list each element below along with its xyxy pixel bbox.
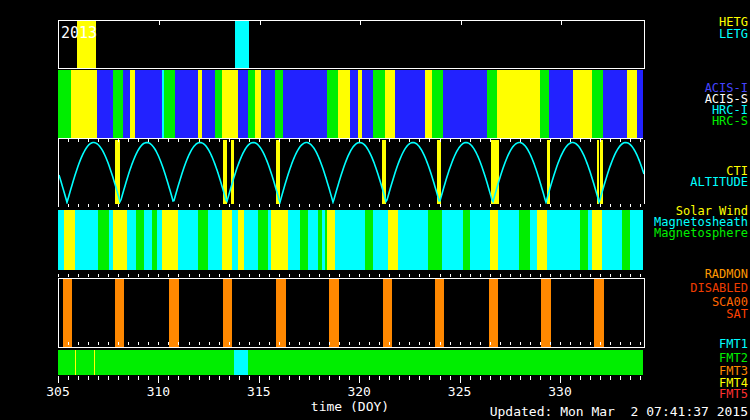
band-minor-tick: [128, 342, 129, 345]
band-minor-tick: [379, 274, 380, 277]
segment-green: [540, 70, 549, 138]
band-minor-tick: [600, 274, 601, 277]
segment-cyan: [144, 210, 152, 270]
band-minor-tick: [88, 274, 89, 277]
band-minor-tick: [319, 274, 320, 277]
band-minor-tick: [68, 204, 69, 207]
axis-minor-tick: [229, 376, 230, 380]
band-minor-tick: [590, 274, 591, 277]
band-minor-tick: [98, 139, 99, 142]
band-minor-tick: [168, 139, 169, 142]
axis-minor-tick: [610, 376, 611, 380]
band-minor-tick: [470, 204, 471, 207]
axis-minor-tick: [440, 376, 441, 380]
segment-yellow: [497, 70, 540, 138]
segment-green: [300, 210, 308, 270]
band-minor-tick: [199, 274, 200, 277]
band-minor-tick: [229, 139, 230, 142]
band-minor-tick: [58, 342, 59, 345]
band-minor-tick: [490, 139, 491, 142]
band-minor-tick: [98, 204, 99, 207]
axis-minor-tick: [148, 376, 149, 380]
band-minor-tick: [289, 204, 290, 207]
segment-yellow: [425, 70, 432, 138]
band-minor-tick: [419, 139, 420, 142]
band-minor-tick: [299, 204, 300, 207]
top-tick: [561, 21, 562, 25]
band-minor-tick: [500, 204, 501, 207]
band-minor-tick: [339, 204, 340, 207]
band-minor-tick: [199, 139, 200, 142]
legend-label-fmt5: FMT5: [719, 388, 748, 400]
band-minor-tick: [138, 139, 139, 142]
band-minor-tick: [259, 342, 260, 345]
band-minor-tick: [510, 274, 511, 277]
segment-yellow: [592, 210, 602, 270]
band-minor-tick: [349, 139, 350, 142]
band-minor-tick: [419, 274, 420, 277]
band-minor-tick: [510, 342, 511, 345]
band-minor-tick: [239, 204, 240, 207]
band-minor-tick: [118, 274, 119, 277]
axis-minor-tick: [590, 376, 591, 380]
band-minor-tick: [580, 342, 581, 345]
axis-minor-tick: [128, 376, 129, 380]
segment-green: [98, 210, 109, 270]
segment-yellow: [627, 70, 637, 138]
band-minor-tick: [540, 139, 541, 142]
band-minor-tick: [339, 342, 340, 345]
band-minor-tick: [399, 139, 400, 142]
band-minor-tick: [158, 204, 159, 207]
band-minor-tick: [329, 342, 330, 345]
band-minor-tick: [158, 342, 159, 345]
axis-minor-tick: [600, 376, 601, 380]
band-minor-tick: [369, 204, 370, 207]
band-minor-tick: [178, 342, 179, 345]
band-minor-tick: [299, 274, 300, 277]
segment-cyan: [398, 210, 428, 270]
band-minor-tick: [309, 342, 310, 345]
segment-cyan: [373, 210, 388, 270]
band-minor-tick: [409, 274, 410, 277]
segment-cyan: [442, 210, 463, 270]
band-minor-tick: [229, 342, 230, 345]
band-minor-tick: [189, 204, 190, 207]
band-minor-tick: [309, 139, 310, 142]
band-solarwind: [58, 210, 643, 270]
band-minor-tick: [570, 139, 571, 142]
band-minor-tick: [299, 139, 300, 142]
band-minor-tick: [520, 204, 521, 207]
axis-minor-tick: [349, 376, 350, 380]
axis-minor-tick: [309, 376, 310, 380]
band-minor-tick: [450, 342, 451, 345]
segment-green: [373, 70, 385, 138]
band-minor-tick: [480, 204, 481, 207]
top-tick: [159, 21, 160, 25]
axis-minor-tick: [540, 376, 541, 380]
band-minor-tick: [520, 139, 521, 142]
band-minor-tick: [269, 204, 270, 207]
band-minor-tick: [118, 342, 119, 345]
band-minor-tick: [409, 342, 410, 345]
segment-cyan: [208, 210, 222, 270]
segment-cyan: [234, 350, 248, 375]
segment-orange: [489, 279, 498, 347]
band-minor-tick: [540, 342, 541, 345]
segment-orange: [329, 279, 339, 347]
segment-green: [113, 70, 123, 138]
band-minor-tick: [239, 274, 240, 277]
band-minor-tick: [460, 139, 461, 142]
band-minor-tick: [369, 274, 370, 277]
axis-minor-tick: [530, 376, 531, 380]
band-minor-tick: [98, 274, 99, 277]
band-minor-tick: [88, 204, 89, 207]
axis-minor-tick: [209, 376, 210, 380]
band-minor-tick: [269, 342, 270, 345]
legend-label-altitude: ALTITUDE: [690, 176, 748, 188]
segment-blue: [395, 70, 425, 138]
band-minor-tick: [78, 204, 79, 207]
chandra-schedule-plot: 2013 305310315320325330 HETGLETGACIS-IAC…: [0, 0, 750, 420]
band-minor-tick: [148, 342, 149, 345]
band-minor-tick: [560, 139, 561, 142]
segment-cyan: [127, 210, 136, 270]
